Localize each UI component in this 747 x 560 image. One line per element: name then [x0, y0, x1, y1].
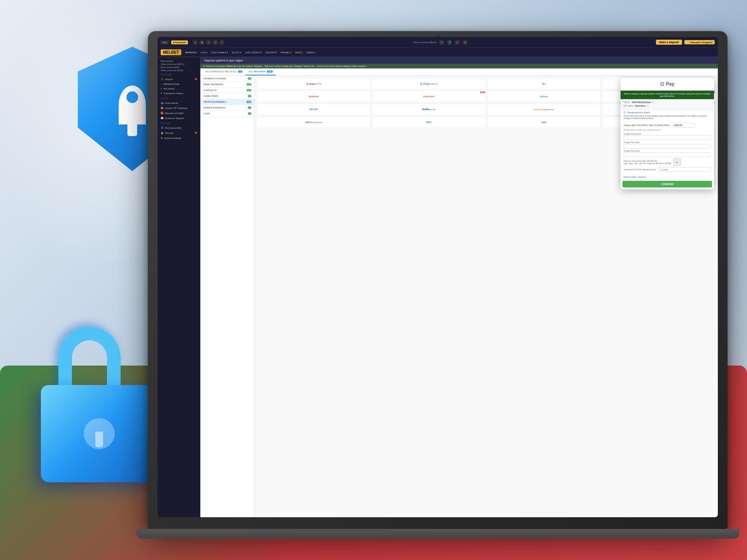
gpay-email-field: Google Pay Email:	[624, 150, 711, 157]
method-cryptocurrency[interactable]: CRYPTOCURRENCY 48	[200, 99, 254, 105]
pharaoh-label: Pharaoh's Kingdom	[691, 41, 712, 44]
content-area: PAYMENT SYSTEMS 1 BANK TRANSFER 18 E-WAL…	[200, 76, 718, 517]
deposit-label: Deposit	[165, 78, 173, 80]
sidebar-other-currencies-bdt[interactable]: Other currencies (BDT) ▾	[158, 63, 200, 66]
sidebar-item-bet-history[interactable]: ≡ Bet history	[158, 86, 200, 91]
sidebar-item-support[interactable]: 💬 Customer Support	[158, 116, 200, 121]
tab-all-count: 118	[267, 70, 272, 73]
make-deposit-button[interactable]: Make a deposit	[656, 40, 682, 45]
method-payment-systems[interactable]: PAYMENT SYSTEMS 1	[200, 76, 254, 82]
nav-sports[interactable]: SPORTS ▾	[184, 50, 198, 54]
gpay-form: Amount (Min 753.05 BDT / Max 75 304.82 B…	[621, 121, 714, 175]
nav-slots[interactable]: SLOTS ▾	[230, 50, 243, 54]
social-icon-1[interactable]: ●	[193, 40, 198, 45]
indian-bank-card[interactable]: NEW Indian Bank	[372, 91, 486, 102]
nav-fast-games[interactable]: FAST GAMES ▾	[210, 50, 230, 54]
transaction-input[interactable]	[658, 167, 711, 172]
gpay-notice-bar: Before making a request, please transfer…	[621, 91, 714, 99]
social-icon-5[interactable]: f	[219, 40, 224, 45]
how-to-deposit-link[interactable]: How to make a deposit	[621, 175, 714, 179]
amount-input[interactable]	[672, 123, 695, 128]
vip-label: Casino VIP Cashback	[165, 107, 188, 109]
amazon-pay-card[interactable]: amazon pay Amazon Pay	[487, 103, 601, 115]
screenshot-hint: (.jpg, .jpeg, .png, .pdf. The maximum fi…	[624, 162, 671, 164]
airtel-pay-card[interactable]: ✦ airtel Airtel Pay	[257, 78, 371, 89]
bhim-upi-card[interactable]: BHIM Bhim UPI	[372, 103, 486, 115]
sidebar-account-label: ACCOUNT	[158, 72, 200, 77]
edit-icon[interactable]: ✏	[647, 104, 649, 107]
nav-esports[interactable]: ESPORTS	[264, 51, 279, 54]
sidebar: Bonus points Other currencies (BDT) ▾ Ma…	[158, 57, 200, 517]
sidebar-item-deposit[interactable]: 💲 Deposit	[158, 77, 200, 82]
airtel-logo: ✦ airtel	[306, 82, 314, 85]
bet-history-label: Bet history	[164, 88, 175, 90]
nav-promo[interactable]: PROMO ▾	[279, 50, 293, 54]
padlock-decoration	[31, 319, 167, 482]
navi-card[interactable]: navi	[487, 116, 601, 128]
gpay-upi-info: UPI ID 7200738126@ikwik ⎘ UPI name Alavu…	[621, 99, 714, 110]
indoasia-card[interactable]: IndOasia	[487, 91, 601, 102]
nav-live[interactable]: LIVE ▾	[199, 50, 209, 54]
info-text: Torne-se um parceiro Melbet por meio do …	[206, 65, 368, 67]
upi-paykasma-card[interactable]: UPI UPI by paykasma	[257, 116, 371, 128]
mobile-payments-label: MOBILE PAYMENTS	[203, 107, 225, 109]
tab-recommended-count: 26	[238, 70, 243, 73]
confirm-button[interactable]: CONFIRM	[622, 181, 712, 187]
copy-icon[interactable]: ⎘	[652, 101, 654, 103]
method-bank-transfer[interactable]: BANK TRANSFER 18	[200, 82, 254, 88]
bhim-label: Bhim UPI	[428, 108, 435, 110]
sidebar-item-withdraw[interactable]: ↑ Withdraw funds	[158, 82, 200, 86]
laptop-base	[136, 529, 739, 539]
gpay-number-input[interactable]	[624, 135, 711, 140]
tab-all-methods[interactable]: ALL METHODS 118	[245, 68, 275, 75]
header-icon-mail[interactable]: ✉	[439, 40, 444, 45]
upi-lite-card[interactable]: UPI LITE	[257, 103, 371, 115]
mobikwik-card[interactable]: MobiKwik	[257, 91, 371, 102]
change-payment-label: Change payment details	[627, 111, 650, 114]
gpay-change-desc: Please click here only if you are unable…	[621, 115, 714, 121]
gpay-card[interactable]: G Pay Google Pay	[372, 78, 486, 89]
sidebar-item-bonuses[interactable]: 🎁 Bonuses and gifts	[158, 110, 200, 116]
method-mobile-payments[interactable]: MOBILE PAYMENTS 1	[200, 105, 254, 111]
sidebar-item-security[interactable]: 🔒 Security	[158, 130, 200, 135]
sidebar-item-transaction[interactable]: ≡ Transaction history	[158, 91, 200, 96]
nav-bingo[interactable]: BINGO	[294, 51, 304, 54]
imps-card[interactable]: IMPS	[372, 116, 486, 128]
shield-keyhole-inner	[126, 91, 138, 103]
header-icon-settings[interactable]: ⚙	[462, 40, 468, 45]
fi-card[interactable]: fi FI	[487, 78, 601, 89]
method-cash[interactable]: CASH 1	[200, 111, 254, 117]
header-icon-user[interactable]: 👤	[447, 40, 452, 45]
payment-systems-count: 1	[248, 77, 251, 80]
social-icon-4[interactable]: ◎	[212, 40, 218, 45]
tab-app[interactable]: App	[161, 40, 169, 44]
methods-tabs-bar: RECOMMENDED METHODS 26 ALL METHODS 118	[200, 68, 718, 76]
tab-recommended[interactable]: RECOMMENDED METHODS 26	[202, 68, 245, 75]
security-label: Security	[165, 132, 174, 134]
other-currencies-dropdown[interactable]: Other currencies (BDT) ▾	[413, 41, 437, 44]
transaction-label: Transaction ID (UTR, Reference No.):	[624, 168, 656, 171]
sidebar-item-vip[interactable]: 🎁 Casino VIP Cashback	[158, 105, 200, 110]
gpay-email-input[interactable]	[624, 152, 711, 157]
upload-button[interactable]: +	[673, 158, 681, 166]
invite-icon: 👥	[161, 102, 163, 104]
nav-more[interactable]: MORE ▾	[305, 50, 317, 54]
account-settings-label: Account settings	[164, 137, 181, 139]
amazon-logo: amazon pay	[534, 108, 545, 110]
gpay-upi-name-label: UPI name	[624, 105, 633, 107]
gpay-number-field: Google Pay Number:	[624, 133, 711, 140]
header-icon-refresh[interactable]: ↻	[454, 40, 460, 45]
gpay-upi-name-row: UPI name Alavudeen ✏	[624, 104, 711, 107]
sidebar-item-account-settings[interactable]: ⚙ Account settings	[158, 135, 200, 140]
method-ewallets[interactable]: E-WALLETS 22	[200, 88, 254, 93]
nav-live-casino[interactable]: LIVE CASINO ▾	[244, 50, 263, 54]
method-game-items[interactable]: GAME ITEMS 1	[200, 93, 254, 99]
gpay-change-link[interactable]: ↻ Change payment details	[621, 110, 714, 115]
sidebar-item-invite[interactable]: 👥 Invite friends	[158, 100, 200, 105]
social-icon-3[interactable]: ✕	[206, 40, 211, 45]
sidebar-item-personal[interactable]: 👤 Personal profile	[158, 125, 200, 130]
gpay-name-input[interactable]	[624, 144, 711, 149]
social-icon-2[interactable]: ◆	[199, 40, 205, 45]
pharaoh-icon: 👑	[687, 41, 689, 44]
tab-payments[interactable]: $ Payments	[171, 40, 188, 44]
